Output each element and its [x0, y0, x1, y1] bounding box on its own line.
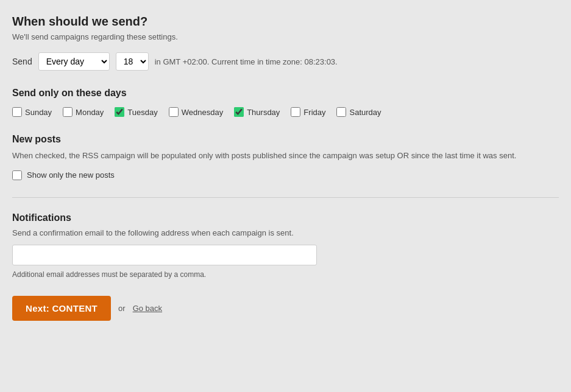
day-thursday-label: Thursday [247, 108, 280, 117]
email-input[interactable] [12, 245, 317, 265]
day-monday-checkbox[interactable] [63, 107, 73, 117]
new-posts-title: New posts [12, 134, 559, 145]
days-row: Sunday Monday Tuesday Wednesday Thursday… [12, 107, 559, 117]
next-content-button[interactable]: Next: CONTENT [12, 296, 111, 321]
go-back-button[interactable]: Go back [133, 304, 162, 313]
page-description: We'll send campaigns regarding these set… [12, 32, 559, 41]
send-label: Send [12, 57, 32, 66]
day-tuesday-checkbox[interactable] [115, 107, 124, 117]
day-thursday[interactable]: Thursday [234, 107, 280, 117]
new-posts-checkbox-row[interactable]: Show only the new posts [12, 170, 559, 180]
day-wednesday[interactable]: Wednesday [169, 107, 223, 117]
day-sunday-checkbox[interactable] [12, 107, 22, 117]
section-divider [12, 197, 559, 198]
day-thursday-checkbox[interactable] [234, 107, 244, 117]
day-friday[interactable]: Friday [291, 107, 325, 117]
frequency-select[interactable]: Every day Every week Every month [38, 52, 110, 71]
day-monday[interactable]: Monday [63, 107, 104, 117]
new-posts-description: When checked, the RSS campaign will be p… [12, 150, 559, 162]
days-section-title: Send only on these days [12, 88, 559, 99]
day-saturday-checkbox[interactable] [336, 107, 346, 117]
day-friday-label: Friday [303, 108, 325, 117]
day-tuesday-label: Tuesday [127, 108, 157, 117]
timezone-text: in GMT +02:00. Current time in time zone… [155, 57, 338, 66]
day-monday-label: Monday [76, 108, 104, 117]
day-saturday-label: Saturday [349, 108, 381, 117]
day-sunday[interactable]: Sunday [12, 107, 52, 117]
day-friday-checkbox[interactable] [291, 107, 300, 117]
new-posts-checkbox[interactable] [12, 170, 22, 180]
notifications-description: Send a confirmation email to the followi… [12, 228, 559, 237]
send-row: Send Every day Every week Every month 18… [12, 52, 559, 71]
hour-select[interactable]: 18 [116, 52, 149, 71]
day-wednesday-label: Wednesday [182, 108, 223, 117]
day-tuesday[interactable]: Tuesday [115, 107, 157, 117]
page-title: When should we send? [12, 15, 559, 29]
day-wednesday-checkbox[interactable] [169, 107, 179, 117]
bottom-row: Next: CONTENT or Go back [12, 296, 559, 321]
day-saturday[interactable]: Saturday [336, 107, 381, 117]
new-posts-checkbox-label: Show only the new posts [27, 170, 115, 180]
day-sunday-label: Sunday [25, 108, 52, 117]
or-text: or [118, 304, 126, 313]
notifications-title: Notifications [12, 212, 559, 223]
email-hint: Additional email addresses must be separ… [12, 270, 559, 279]
